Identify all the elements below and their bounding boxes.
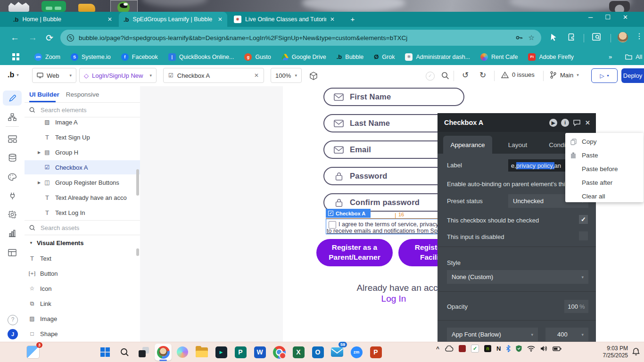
mail-button[interactable]: 59 xyxy=(329,344,346,361)
password-key-icon[interactable] xyxy=(515,34,523,41)
branch-dropdown[interactable]: Main ▾ xyxy=(550,71,579,79)
undo-icon[interactable]: ↺ xyxy=(462,70,469,80)
settings-gear-icon[interactable] xyxy=(5,207,20,222)
assets-scrollbar[interactable] xyxy=(136,248,139,256)
bookmark-systeme[interactable]: S Systeme.io xyxy=(71,53,111,61)
desktop-icon-folder[interactable] xyxy=(78,4,95,12)
search-button[interactable] xyxy=(116,344,133,361)
run-play-icon[interactable]: ▶ xyxy=(549,119,557,127)
expand-caret-icon[interactable]: ▶ xyxy=(38,181,41,185)
tab-close-icon[interactable]: ✕ xyxy=(330,16,335,23)
element-search-box[interactable]: ☑ Checkbox A ✕ xyxy=(163,68,264,83)
tray-app-red-icon[interactable] xyxy=(459,345,466,352)
selected-element-tag[interactable]: ✓ Checkbox A xyxy=(326,209,371,218)
asset-item-button[interactable]: ⁅+⁆ Button xyxy=(25,266,140,280)
bookmark-rent-cafe[interactable]: Rent Cafe xyxy=(480,53,518,61)
cursor-extension-icon[interactable] xyxy=(550,33,558,41)
asset-item-icon[interactable]: ☆ Icon xyxy=(25,281,140,296)
chrome-taskbar-active[interactable] xyxy=(155,344,172,361)
battery-pen-icon[interactable] xyxy=(553,346,561,352)
profile-avatar[interactable] xyxy=(618,32,628,42)
browser-tab-spedgroups[interactable]: .b SpEdGroups Learnify | Bubble E ✕ xyxy=(119,12,227,27)
close-panel-icon[interactable]: ✕ xyxy=(585,119,590,126)
asset-item-link[interactable]: ⧉ Link xyxy=(25,296,140,311)
side-panel-search-icon[interactable] xyxy=(592,33,601,41)
tab-appearance[interactable]: Appearance xyxy=(443,136,492,154)
extensions-icon[interactable] xyxy=(567,33,575,41)
font-dropdown[interactable]: App Font (Barlow) ▾ xyxy=(447,328,538,341)
design-pencil-icon[interactable] xyxy=(5,91,20,105)
platform-dropdown[interactable]: Web ▾ xyxy=(32,68,76,83)
word-button[interactable]: W xyxy=(251,344,268,361)
filmora-button[interactable]: ▸ xyxy=(213,344,230,361)
bookmark-facebook[interactable]: f Facebook xyxy=(121,53,158,61)
user-avatar[interactable]: J xyxy=(8,329,18,339)
redo-icon[interactable]: ↻ xyxy=(479,70,486,80)
bookmark-google-drive[interactable]: Google Drive xyxy=(281,54,326,60)
bookmark-quickbooks[interactable]: | QuickBooks Online... xyxy=(168,53,234,61)
tab-ui-builder[interactable]: UI Builder xyxy=(29,91,59,98)
reload-icon[interactable]: ⟳ xyxy=(46,33,53,43)
volume-icon[interactable] xyxy=(540,346,547,352)
deploy-button[interactable]: Deploy xyxy=(621,68,644,83)
data-database-icon[interactable] xyxy=(5,151,20,165)
reusable-elements-icon[interactable] xyxy=(5,132,20,146)
tab-responsive[interactable]: Responsive xyxy=(66,91,99,98)
onedrive-cloud-icon[interactable] xyxy=(445,346,454,352)
font-weight-dropdown[interactable]: 400 ▾ xyxy=(545,328,588,341)
tree-item-group-register-buttons[interactable]: ▶ ◫ Group Register Buttons xyxy=(25,175,140,189)
outlook-button[interactable]: O xyxy=(309,344,326,361)
tree-item-text-log-in[interactable]: T Text Log In xyxy=(25,206,140,220)
search-assets-row[interactable] xyxy=(25,221,140,235)
agree-text-line2[interactable]: to receive emails and notifications from… xyxy=(327,228,445,234)
info-icon[interactable]: i xyxy=(561,119,569,127)
menu-item-paste-after[interactable]: Paste after xyxy=(565,176,644,189)
input-disabled-checkbox[interactable] xyxy=(579,231,588,240)
plugins-plug-icon[interactable] xyxy=(5,189,20,203)
task-view-button[interactable] xyxy=(135,344,152,361)
menu-item-copy[interactable]: Copy xyxy=(565,135,644,148)
tree-item-text-sign-up[interactable]: T Text Sign Up xyxy=(25,130,140,144)
page-dropdown[interactable]: ◇ LogIn/SignUp New ▾ xyxy=(79,68,157,83)
comment-icon[interactable] xyxy=(573,119,581,126)
should-be-checked-checkbox[interactable]: ✓ xyxy=(579,215,588,224)
tree-item-checkbox-a-selected[interactable]: ☑ Checkbox A xyxy=(25,160,140,174)
style-dropdown[interactable]: None (Custom) ▾ xyxy=(447,270,588,284)
tab-close-icon[interactable]: ✕ xyxy=(218,16,223,23)
desktop-icon-selected-box[interactable] xyxy=(110,0,138,13)
wifi-icon[interactable] xyxy=(527,346,535,352)
help-icon[interactable]: ? xyxy=(8,315,18,325)
nvidia-icon[interactable]: n xyxy=(484,345,491,352)
bookmark-gusto[interactable]: g Gusto xyxy=(244,53,271,61)
tray-app-check-icon[interactable]: ✓ xyxy=(471,345,479,353)
browser-tab-home[interactable]: .b Home | Bubble ✕ xyxy=(8,12,117,27)
tray-expand-icon[interactable]: ^ xyxy=(436,346,439,352)
issues-indicator[interactable]: 0 issues xyxy=(501,71,535,78)
search-icon[interactable] xyxy=(441,72,449,80)
desktop-icon-dark-app[interactable] xyxy=(609,1,630,12)
bookmark-grok[interactable]: Ø Grok xyxy=(374,53,395,60)
bookmark-bubble[interactable]: .b Bubble xyxy=(337,53,364,60)
workflow-tree-icon[interactable] xyxy=(5,110,20,124)
tab-layout[interactable]: Layout xyxy=(500,136,536,154)
search-assets-input[interactable] xyxy=(40,224,112,232)
notification-bell-icon[interactable]: z xyxy=(632,348,640,356)
bookmark-adobe-firefly[interactable]: Fi Adobe Firefly xyxy=(528,53,574,61)
register-parent-button[interactable]: Register as a Parent/Learner xyxy=(316,239,393,266)
minimize-icon[interactable]: ─ xyxy=(588,14,593,21)
notion-icon[interactable]: N xyxy=(496,345,501,352)
zoom-dropdown[interactable]: 100% ▾ xyxy=(271,68,302,83)
tree-item-text-already[interactable]: T Text Already have an acco xyxy=(25,190,140,205)
tree-item-group-h[interactable]: ▶ ▤ Group H xyxy=(25,145,140,159)
copilot-button[interactable] xyxy=(174,344,191,361)
url-bar[interactable]: bubble.io/page?id=spedgroups-learnify&ta… xyxy=(60,30,541,46)
zoom-button[interactable]: zm xyxy=(348,344,365,361)
visual-elements-section[interactable]: ▼ Visual Elements xyxy=(29,237,83,248)
bubble-logo-menu[interactable]: .b ▾ xyxy=(8,71,19,79)
powerpoint-button[interactable]: P xyxy=(367,344,384,361)
bluetooth-icon[interactable] xyxy=(506,345,511,352)
taskbar-clock[interactable]: 9:03 PM 7/25/2025 xyxy=(595,345,628,359)
bookmark-star-icon[interactable]: ☆ xyxy=(528,33,535,42)
log-in-link[interactable]: Log In xyxy=(347,294,441,304)
tune-icon[interactable] xyxy=(67,34,74,41)
